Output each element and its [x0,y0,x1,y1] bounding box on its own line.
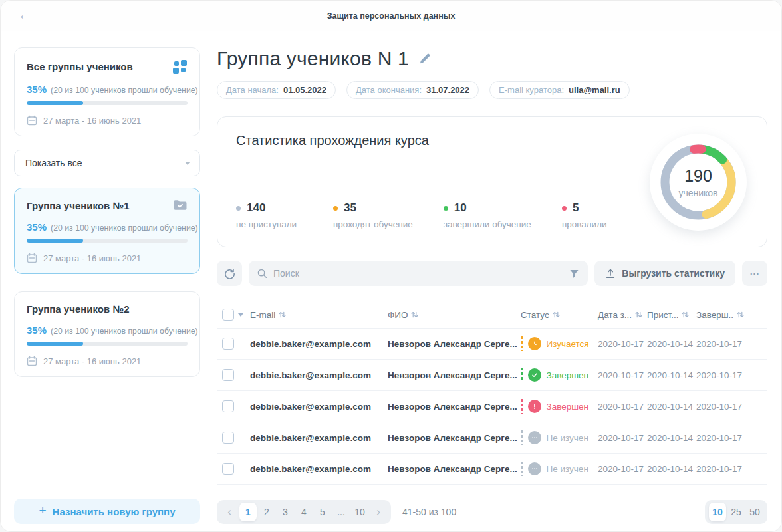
date-cell: 2020-10-17 [598,339,647,349]
column-header-date3[interactable]: Заверш.. [696,310,767,320]
group-card-1[interactable]: Группа учеников №1 35% (20 из 100 ученик… [14,188,200,274]
date-range: 27 марта - 16 июнь 2021 [43,116,141,126]
date-cell: 2020-10-17 [598,370,647,380]
more-options-button[interactable]: ... [742,261,767,286]
group-card-2[interactable]: Группа учеников №2 35% (20 из 100 ученик… [14,291,200,377]
column-header-date1[interactable]: Дата з... [598,310,647,320]
column-header-status[interactable]: Статус [521,310,598,320]
ellipsis-icon: ... [750,266,760,277]
sort-icon [279,311,286,319]
progress-percent: 35% [27,325,47,336]
assign-new-group-button[interactable]: + Назначить новую группу [14,499,200,524]
gray-dot-icon [236,206,241,211]
topbar: ← Защита персональных данных [1,1,781,31]
chip-curator-email: E-mail куратора: ulia@mail.ru [489,81,630,99]
refresh-icon [224,268,235,279]
filter-funnel-icon[interactable] [569,269,579,279]
donut-caption: учеников [678,188,717,198]
row-checkbox[interactable] [222,400,234,412]
select-all-checkbox[interactable] [222,309,234,321]
sort-icon [553,311,560,319]
row-checkbox[interactable] [222,463,234,475]
table-row[interactable]: debbie.baker@example.com Невзоров Алекса… [217,329,767,360]
table-row[interactable]: debbie.baker@example.com Невзоров Алекса… [217,454,767,485]
page-size-10[interactable]: 10 [709,503,726,521]
row-checkbox[interactable] [222,432,234,444]
progress-note: (20 из 100 учеников прошли обучение) [51,223,198,233]
column-header-fio[interactable]: ФИО [388,310,521,320]
group-page-title: Группа учеников N 1 [217,47,409,70]
next-page-button[interactable]: › [370,503,387,521]
sort-icon [737,311,744,319]
table-row[interactable]: debbie.baker@example.com Невзоров Алекса… [217,360,767,391]
all-groups-title: Все группы учеников [27,61,133,72]
legend-in-progress: 35 проходят обучение [333,201,413,229]
date-cell: 2020-10-17 [598,433,647,443]
date-cell: 2020-10-14 [647,433,696,443]
checkbox-dropdown-icon[interactable] [238,313,243,317]
pagination-summary: 41-50 из 100 [402,507,456,517]
email-cell: debbie.baker@example.com [250,433,388,443]
chip-end-date: Дата окончания: 31.07.2022 [346,81,479,99]
pagination: ‹ 1 2 3 4 5 ... 10 › [217,500,391,524]
status-cell: Завершен [521,368,598,382]
name-cell: Невзоров Александр Серге... [388,339,521,349]
page-button-2[interactable]: 2 [258,503,275,521]
progress-note: (20 из 100 учеников прошли обучение) [51,327,198,336]
show-all-select[interactable]: Показать все [14,150,200,176]
export-stats-button[interactable]: Выгрузить статистику [594,261,735,286]
progress-bar [27,239,188,243]
column-header-date2[interactable]: Прист... [647,310,696,320]
dots-icon [528,462,541,475]
page-size-50[interactable]: 50 [746,503,763,521]
refresh-button[interactable] [217,261,242,286]
email-cell: debbie.baker@example.com [250,402,388,412]
exclamation-icon [528,400,541,413]
donut-total: 190 [684,166,712,186]
progress-percent: 35% [27,84,47,95]
group-title: Группа учеников №1 [27,200,129,211]
page-button-5[interactable]: 5 [314,503,331,521]
calendar-icon [27,115,37,126]
prev-page-button[interactable]: ‹ [221,503,238,521]
stats-legend: 140 не приступали 35 проходят обучение 1… [236,201,628,229]
dots-icon [528,431,541,444]
sidebar: Все группы учеников 35% (20 из 100 учени… [14,47,200,524]
row-checkbox[interactable] [222,338,234,350]
table-header-row: E-mail ФИО Статус Дата з... [217,301,767,329]
name-cell: Невзоров Александр Серге... [388,464,521,474]
date-cell: 2020-10-17 [696,433,767,443]
date-cell: 2020-10-17 [696,370,767,380]
search-input[interactable] [273,268,563,279]
check-icon [528,368,541,382]
all-groups-card[interactable]: Все группы учеников 35% (20 из 100 учени… [14,47,200,136]
column-header-email[interactable]: E-mail [250,310,388,320]
page-button-10[interactable]: 10 [351,503,368,521]
orange-dot-icon [333,206,338,211]
search-icon [257,269,267,279]
email-cell: debbie.baker@example.com [250,370,388,380]
page-button-4[interactable]: 4 [295,503,313,521]
status-dash-icon [521,368,523,382]
page-size-25[interactable]: 25 [727,503,745,521]
date-cell: 2020-10-14 [647,339,696,349]
students-table: E-mail ФИО Статус Дата з... [217,301,767,485]
page-button-1[interactable]: 1 [239,503,257,521]
date-cell: 2020-10-17 [696,339,767,349]
table-row[interactable]: debbie.baker@example.com Невзоров Алекса… [217,422,767,454]
edit-pencil-icon[interactable] [418,53,431,65]
progress-percent: 35% [27,221,47,233]
calendar-icon [27,253,37,263]
date-cell: 2020-10-14 [647,464,696,474]
status-cell: Не изучен [521,462,598,476]
name-cell: Невзоров Александр Серге... [388,402,521,412]
back-arrow-icon[interactable]: ← [18,7,32,21]
progress-note: (20 из 100 учеников прошли обучение) [51,86,198,95]
chevron-down-icon [185,162,190,165]
page-size-selector: 10 25 50 [705,500,767,524]
progress-bar [27,101,188,105]
status-cell: Завершен [521,399,598,414]
page-button-3[interactable]: 3 [277,503,294,521]
row-checkbox[interactable] [222,369,234,381]
table-row[interactable]: debbie.baker@example.com Невзоров Алекса… [217,391,767,422]
